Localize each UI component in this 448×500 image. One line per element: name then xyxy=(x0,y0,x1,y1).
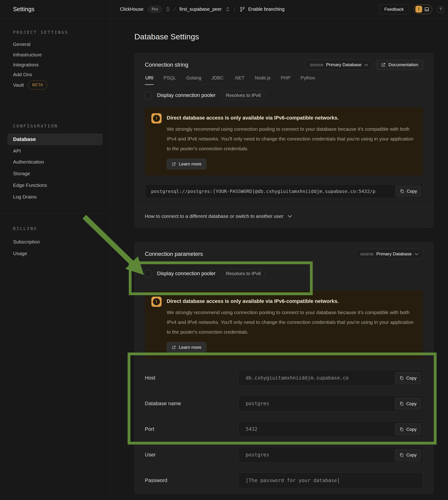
param-row-user: User postgres Copy xyxy=(145,447,423,463)
enable-branching-button[interactable]: Enable branching xyxy=(239,6,285,12)
display-pooler-row: Display connection pooler Resolves to IP… xyxy=(145,269,423,278)
topbar-actions: Feedback ! ? xyxy=(379,4,448,14)
help-button[interactable]: ? xyxy=(437,6,444,13)
settings-page: Settings ClickHouse Pro / first_supabase… xyxy=(0,0,448,500)
sidebar-item-database[interactable]: Database xyxy=(7,133,103,145)
feedback-button[interactable]: Feedback xyxy=(379,4,409,14)
host-label: Host xyxy=(145,375,239,381)
warning-title: Direct database access is only available… xyxy=(167,297,416,304)
host-field[interactable]: db.cxhygiuitamxhniiddjm.supabase.co Copy xyxy=(239,370,423,386)
database-name-field[interactable]: postgres Copy xyxy=(239,396,423,412)
tab-php[interactable]: PHP xyxy=(280,74,291,84)
copy-user-button[interactable]: Copy xyxy=(395,449,421,461)
beta-badge: BETA xyxy=(28,81,47,89)
sidebar-item-add-ons[interactable]: Add Ons xyxy=(13,71,32,78)
tab-python[interactable]: Python xyxy=(300,74,316,84)
learn-more-button[interactable]: Learn more xyxy=(167,159,206,169)
sidebar-item-usage[interactable]: Usage xyxy=(13,250,27,256)
project-switcher-chevrons-icon[interactable] xyxy=(226,7,230,11)
settings-sidebar: PROJECT SETTINGS General Infrastructure … xyxy=(0,19,110,500)
port-value: 5432 xyxy=(239,426,257,432)
tab-jdbc[interactable]: JDBC xyxy=(211,74,224,84)
tab-nodejs[interactable]: Node.js xyxy=(254,74,271,84)
learn-more-label: Learn more xyxy=(179,162,201,167)
database-name-label: Database name xyxy=(145,400,239,407)
org-switcher-chevrons-icon[interactable] xyxy=(166,7,170,11)
learn-more-label: Learn more xyxy=(179,345,201,350)
tab-golang[interactable]: Golang xyxy=(186,74,202,84)
sidebar-item-storage[interactable]: Storage xyxy=(13,170,30,177)
sidebar-item-api[interactable]: API xyxy=(13,148,21,154)
copy-label: Copy xyxy=(406,376,416,381)
connection-string-value[interactable]: postgresql://postgres:[YOUR-PASSWORD]@db… xyxy=(145,188,395,194)
section-label-billing: BILLING xyxy=(13,226,37,231)
sidebar-item-vault[interactable]: Vault BETA xyxy=(13,82,47,88)
port-field[interactable]: 5432 Copy xyxy=(239,421,423,437)
copy-icon xyxy=(399,376,404,381)
chevron-down-icon xyxy=(288,215,292,218)
copy-connection-string-button[interactable]: Copy xyxy=(395,186,421,197)
copy-port-button[interactable]: Copy xyxy=(395,423,421,435)
resolves-ipv6-badge: Resolves to IPv6 xyxy=(221,269,265,278)
tab-uri[interactable]: URI xyxy=(145,74,154,85)
source-select-prefix: source xyxy=(310,62,323,67)
param-row-host: Host db.cxhygiuitamxhniiddjm.supabase.co… xyxy=(145,370,423,386)
user-label: User xyxy=(145,452,239,458)
connection-string-header: Connection string source Primary Databas… xyxy=(135,53,433,70)
warning-icon: ! xyxy=(151,297,161,307)
source-select-value: Primary Database xyxy=(376,251,412,256)
sidebar-item-edge-functions[interactable]: Edge Functions xyxy=(13,182,47,188)
breadcrumb-project[interactable]: first_supabase_peer xyxy=(179,6,222,12)
top-bar: Settings ClickHouse Pro / first_supabase… xyxy=(0,0,448,19)
display-pooler-checkbox[interactable] xyxy=(145,92,152,99)
breadcrumb-separator: / xyxy=(173,6,176,12)
external-link-icon xyxy=(172,345,176,350)
inbox-icon xyxy=(424,6,430,12)
breadcrumb-org[interactable]: ClickHouse xyxy=(120,6,144,12)
external-link-icon xyxy=(172,162,176,166)
expander-label: How to connect to a different database o… xyxy=(145,213,283,219)
connection-string-card: Connection string source Primary Databas… xyxy=(134,53,433,228)
user-field[interactable]: postgres Copy xyxy=(239,447,423,463)
copy-label: Copy xyxy=(407,189,417,194)
sidebar-divider xyxy=(0,100,110,100)
sidebar-item-integrations[interactable]: Integrations xyxy=(13,62,39,68)
documentation-button[interactable]: Documentation xyxy=(376,60,423,70)
enable-branching-label: Enable branching xyxy=(248,6,285,12)
display-pooler-checkbox[interactable] xyxy=(145,270,152,277)
source-select[interactable]: source Primary Database xyxy=(356,249,423,259)
source-select[interactable]: source Primary Database xyxy=(305,60,373,70)
org-plan-badge: Pro xyxy=(148,6,161,13)
sidebar-item-log-drains[interactable]: Log Drains xyxy=(13,194,37,200)
app-title: Settings xyxy=(13,6,34,13)
tab-psql[interactable]: PSQL xyxy=(163,74,176,84)
copy-label: Copy xyxy=(406,427,416,432)
param-row-port: Port 5432 Copy xyxy=(145,421,423,437)
copy-label: Copy xyxy=(406,452,416,458)
copy-label: Copy xyxy=(406,401,416,406)
ipv6-warning-banner: ! Direct database access is only availab… xyxy=(145,107,423,175)
warning-body: We strongly recommend using connection p… xyxy=(167,308,416,337)
tab-dotnet[interactable]: .NET xyxy=(234,74,245,84)
sidebar-item-general[interactable]: General xyxy=(13,41,31,47)
sidebar-item-infrastructure[interactable]: Infrastructure xyxy=(13,52,42,58)
alert-badge-icon: ! xyxy=(416,6,422,13)
sidebar-item-subscription[interactable]: Subscription xyxy=(13,239,40,245)
display-pooler-row: Display connection pooler Resolves to IP… xyxy=(145,91,423,99)
copy-icon xyxy=(400,189,404,194)
notifications-button[interactable]: ! xyxy=(414,5,432,14)
sidebar-item-authentication[interactable]: Authentication xyxy=(13,159,44,165)
resolves-ipv6-badge: Resolves to IPv6 xyxy=(221,91,265,100)
copy-host-button[interactable]: Copy xyxy=(395,372,421,384)
port-label: Port xyxy=(145,426,239,432)
section-label-configuration: CONFIGURATION xyxy=(13,123,58,128)
connection-string-tabs: URI PSQL Golang JDBC .NET Node.js PHP Py… xyxy=(135,74,433,85)
learn-more-button[interactable]: Learn more xyxy=(167,342,206,353)
page-title: Database Settings xyxy=(134,32,199,41)
connect-other-database-expander[interactable]: How to connect to a different database o… xyxy=(135,207,433,225)
password-label: Password xyxy=(145,477,239,483)
connection-parameters-header: Connection parameters source Primary Dat… xyxy=(135,243,433,259)
password-field[interactable]: [The password for your database] xyxy=(239,472,423,488)
copy-database-name-button[interactable]: Copy xyxy=(395,398,421,410)
param-row-database-name: Database name postgres Copy xyxy=(145,396,423,412)
